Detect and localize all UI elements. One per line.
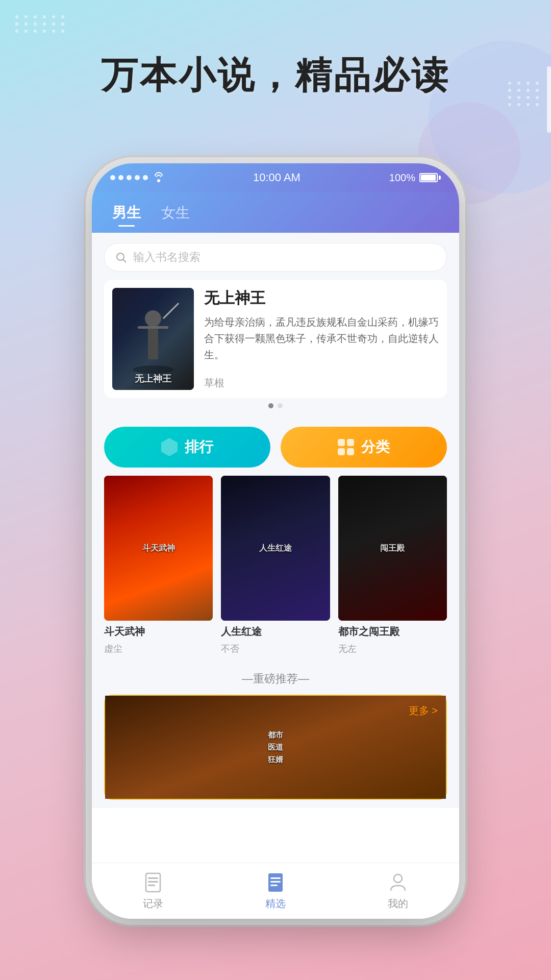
svg-line-1 xyxy=(123,260,127,263)
status-time: 10:00 AM xyxy=(253,171,300,184)
signal-dot-1 xyxy=(110,175,115,180)
svg-point-0 xyxy=(117,253,124,260)
status-bar: 10:00 AM 100% xyxy=(92,163,459,192)
cover-illustration xyxy=(122,298,184,380)
book-author-3: 无左 xyxy=(338,643,447,655)
book-author-2: 不否 xyxy=(221,643,330,655)
category-label: 分类 xyxy=(361,437,390,457)
profile-icon-svg xyxy=(389,872,407,893)
banner-pagination xyxy=(104,398,447,410)
book2-cover-text: 人生红途 xyxy=(221,476,330,621)
recommend-section: —重磅推荐— 都市 医道 狂婿 都市医道狂婿 上门女婿的医院实习生撞破上司奸情，… xyxy=(92,663,459,808)
book-grid-item-3[interactable]: 闯王殿 都市之闯王殿 无左 xyxy=(338,476,447,655)
book-grid-item-1[interactable]: 斗天武神 斗天武神 虚尘 xyxy=(104,476,213,655)
records-icon-svg xyxy=(144,872,162,893)
tab-female[interactable]: 女生 xyxy=(161,203,190,227)
book-cover-2: 人生红途 xyxy=(221,476,330,621)
phone-screen: 10:00 AM 100% 男生 女生 xyxy=(92,163,459,919)
book-author-1: 虚尘 xyxy=(104,643,213,655)
search-icon xyxy=(115,251,127,263)
nav-featured[interactable]: 精选 xyxy=(214,867,337,915)
book-cover-3: 闯王殿 xyxy=(338,476,447,621)
book-title-1: 斗天武神 xyxy=(104,625,213,639)
svg-rect-10 xyxy=(148,885,155,886)
svg-rect-13 xyxy=(270,881,281,883)
signal-dot-3 xyxy=(127,175,132,180)
book-title-3: 都市之闯王殿 xyxy=(338,625,447,639)
nav-profile[interactable]: 我的 xyxy=(337,867,459,915)
search-placeholder: 输入书名搜索 xyxy=(133,250,201,265)
book3-cover-text: 闯王殿 xyxy=(338,476,447,621)
svg-point-15 xyxy=(394,874,402,883)
records-icon xyxy=(142,871,164,894)
featured-icon xyxy=(264,871,287,894)
battery-percent: 100% xyxy=(389,172,415,184)
tab-male[interactable]: 男生 xyxy=(112,203,141,227)
ranking-button[interactable]: 排行 xyxy=(104,427,270,468)
svg-line-6 xyxy=(163,303,179,318)
book-cover-1: 斗天武神 xyxy=(104,476,213,621)
nav-records-label: 记录 xyxy=(143,897,163,911)
phone-mockup: 10:00 AM 100% 男生 女生 xyxy=(92,163,459,919)
search-section: 输入书名搜索 xyxy=(92,233,459,280)
book-grid-item-2[interactable]: 人生红途 人生红途 不否 xyxy=(221,476,330,655)
ranking-label: 排行 xyxy=(185,437,213,457)
recommend-card[interactable]: 都市 医道 狂婿 都市医道狂婿 上门女婿的医院实习生撞破上司奸情，被打成哑巴折断… xyxy=(104,695,447,800)
featured-description: 为给母亲治病，孟凡违反族规私自金山采药，机缘巧合下获得一颗黑色珠子，传承不世奇功… xyxy=(204,314,439,363)
shield-icon xyxy=(161,438,178,456)
action-buttons: 排行 分类 xyxy=(92,419,459,476)
section-divider: —重磅推荐— xyxy=(104,667,447,695)
category-tabs: 男生 女生 xyxy=(92,192,459,233)
svg-rect-12 xyxy=(270,877,281,879)
featured-title: 无上神王 xyxy=(204,288,439,309)
nav-records[interactable]: 记录 xyxy=(92,867,214,915)
svg-rect-8 xyxy=(148,877,158,879)
recommend-cover: 都市 医道 狂婿 xyxy=(113,704,185,791)
book1-cover-text: 斗天武神 xyxy=(104,476,213,621)
book-grid-section: 斗天武神 斗天武神 虚尘 人生红途 人生红途 不否 xyxy=(92,476,459,663)
signal-indicators xyxy=(110,173,164,182)
nav-featured-label: 精选 xyxy=(265,897,286,911)
more-link[interactable]: 更多 > xyxy=(409,704,438,718)
book-grid: 斗天武神 斗天武神 虚尘 人生红途 人生红途 不否 xyxy=(104,476,447,655)
featured-author: 草根 xyxy=(204,376,439,390)
status-right: 100% xyxy=(389,172,441,184)
wifi-icon xyxy=(153,173,164,182)
category-button[interactable]: 分类 xyxy=(281,427,447,468)
banner-dot-1[interactable] xyxy=(268,403,273,408)
battery-icon xyxy=(419,173,441,182)
headline-text: 万本小说，精品必读 xyxy=(0,51,551,100)
search-input-wrap[interactable]: 输入书名搜索 xyxy=(104,243,447,272)
banner-dot-2[interactable] xyxy=(278,403,283,408)
signal-dot-5 xyxy=(143,175,148,180)
book-title-2: 人生红途 xyxy=(221,625,330,639)
featured-section: 无上神王 无上神王 xyxy=(92,280,459,419)
signal-dot-4 xyxy=(135,175,140,180)
featured-card[interactable]: 无上神王 无上神王 xyxy=(104,280,447,398)
svg-rect-3 xyxy=(148,324,158,359)
featured-icon-svg xyxy=(266,872,285,893)
featured-cover: 无上神王 无上神王 xyxy=(112,288,194,390)
profile-icon xyxy=(387,871,409,894)
svg-rect-14 xyxy=(270,885,278,886)
bg-dots-topleft xyxy=(15,15,66,33)
signal-dot-2 xyxy=(118,175,123,180)
nav-profile-label: 我的 xyxy=(388,897,408,911)
svg-rect-9 xyxy=(148,881,158,883)
bottom-navigation: 记录 精选 xyxy=(92,863,459,919)
featured-info: 无上神王 为给母亲治病，孟凡违反族规私自金山采药，机缘巧合下获得一颗黑色珠子，传… xyxy=(204,288,439,390)
svg-point-4 xyxy=(145,310,161,327)
svg-rect-5 xyxy=(138,326,168,329)
grid-icon xyxy=(338,439,354,455)
